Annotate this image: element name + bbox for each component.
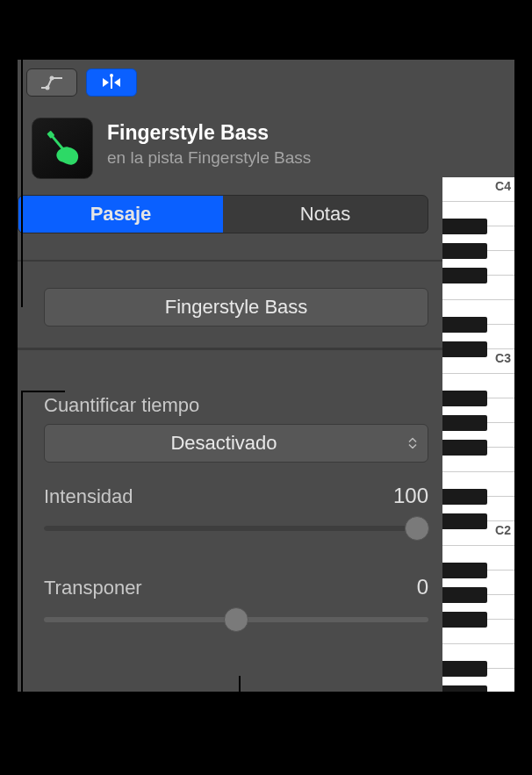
main-content: Fingerstyle Bass en la pista Fingerstyle… — [18, 60, 442, 692]
instrument-header: Fingerstyle Bass en la pista Fingerstyle… — [18, 105, 442, 188]
intensity-slider-thumb[interactable] — [405, 516, 429, 541]
key-label: C2 — [495, 523, 511, 537]
svg-rect-2 — [111, 76, 112, 89]
quantize-value: Desactivado — [170, 432, 277, 454]
svg-point-3 — [110, 74, 113, 77]
piano-keyboard[interactable]: C4C3C2C1 — [442, 177, 514, 692]
black-key[interactable] — [442, 563, 487, 578]
black-key[interactable] — [442, 243, 487, 259]
bass-guitar-icon — [38, 124, 87, 173]
key-label: C4 — [495, 179, 511, 193]
black-key[interactable] — [442, 415, 487, 431]
transpose-slider-thumb[interactable] — [224, 607, 248, 632]
black-key[interactable] — [442, 685, 487, 692]
svg-point-1 — [50, 76, 54, 81]
divider — [18, 260, 442, 262]
black-key[interactable] — [442, 440, 487, 456]
key-label: C3 — [495, 351, 511, 365]
black-key[interactable] — [442, 317, 487, 333]
black-key[interactable] — [442, 612, 487, 628]
quantize-select[interactable]: Desactivado — [44, 424, 428, 463]
region-name-field[interactable]: Fingerstyle Bass — [44, 288, 428, 327]
black-key[interactable] — [442, 341, 487, 357]
black-key[interactable] — [442, 587, 487, 603]
intensity-slider-fill — [44, 526, 417, 531]
controls-section: Cuantificar tiempo Desactivado Intensida… — [18, 350, 442, 622]
toolbar — [18, 60, 442, 105]
instrument-text: Fingerstyle Bass en la pista Fingerstyle… — [107, 118, 428, 179]
quantize-label: Cuantificar tiempo — [44, 394, 428, 417]
automation-curve-icon — [40, 74, 64, 91]
chevron-updown-icon — [408, 438, 417, 449]
tab-region[interactable]: Pasaje — [18, 196, 223, 233]
catch-playhead-icon — [99, 74, 124, 91]
inspector-panel: Fingerstyle Bass en la pista Fingerstyle… — [18, 60, 514, 692]
instrument-title: Fingerstyle Bass — [107, 121, 428, 145]
automation-mode-button[interactable] — [26, 68, 77, 97]
black-key[interactable] — [442, 268, 487, 283]
intensity-row: Intensidad 100 — [44, 484, 428, 508]
svg-point-0 — [46, 86, 50, 90]
tab-notes[interactable]: Notas — [223, 196, 428, 233]
black-key[interactable] — [442, 489, 487, 505]
black-key[interactable] — [442, 391, 487, 406]
transpose-label: Transponer — [44, 577, 142, 599]
instrument-icon-box[interactable] — [32, 118, 93, 179]
intensity-label: Intensidad — [44, 485, 133, 508]
black-key[interactable] — [442, 513, 487, 529]
view-mode-tabs: Pasaje Notas — [18, 195, 428, 233]
black-key[interactable] — [442, 661, 487, 677]
black-key[interactable] — [442, 219, 487, 234]
transpose-row: Transponer 0 — [44, 575, 428, 599]
transpose-slider[interactable] — [44, 617, 428, 622]
intensity-value[interactable]: 100 — [393, 484, 428, 508]
transpose-value[interactable]: 0 — [417, 575, 428, 599]
catch-mode-button[interactable] — [86, 68, 137, 97]
instrument-subtitle: en la pista Fingerstyle Bass — [107, 148, 428, 168]
intensity-slider[interactable] — [44, 526, 428, 531]
